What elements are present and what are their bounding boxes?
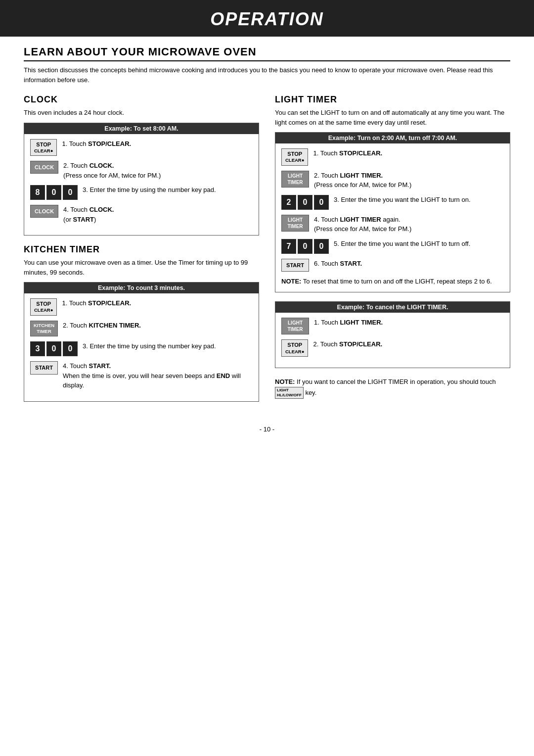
lt-step-5: 7 0 0 5. Enter the time you want the LIG… (281, 239, 504, 254)
key-7[interactable]: 7 (281, 239, 296, 254)
start-button-kt[interactable]: START (30, 361, 58, 374)
lt-step-6-text: 6. Touch START. (314, 259, 504, 269)
key-0b[interactable]: 0 (63, 185, 78, 200)
kt-step-4-text: 4. Touch START.When the time is over, yo… (63, 361, 253, 390)
lt-example1-note: NOTE: To reset that time to turn on and … (281, 277, 504, 286)
lt-example1-header: Example: Turn on 2:00 AM, turn off 7:00 … (275, 133, 510, 143)
lt-step-2: LIGHT TIMER 2. Touch LIGHT TIMER.(Press … (281, 171, 504, 190)
clock-step-3: 8 0 0 3. Enter the time by using the num… (30, 185, 253, 200)
right-column: LIGHT TIMER You can set the LIGHT to tur… (275, 94, 510, 399)
lt-num-keys-1: 2 0 0 (281, 195, 329, 210)
stop-label: STOP (36, 141, 51, 148)
kitchen-timer-example-box: Example: To count 3 minutes. STOP CLEAR●… (24, 282, 259, 402)
start-button-lt[interactable]: START (281, 259, 309, 272)
kitchen-timer-title: KITCHEN TIMER (24, 244, 259, 255)
kt-step-1: STOP CLEAR● 1. Touch STOP/CLEAR. (30, 298, 253, 316)
learn-section-title: LEARN ABOUT YOUR MICROWAVE OVEN (24, 46, 510, 61)
stop-clear-button-lt1[interactable]: STOP CLEAR● (281, 148, 308, 166)
light-timer-example2-box: Example: To cancel the LIGHT TIMER. LIGH… (275, 301, 510, 368)
lt-step-4-text: 4. Touch LIGHT TIMER again.(Press once f… (314, 215, 504, 234)
two-column-layout: CLOCK This oven includes a 24 hour clock… (24, 94, 510, 411)
lt2-step-2: STOP CLEAR● 2. Touch STOP/CLEAR. (281, 339, 504, 357)
clock-step-2: CLOCK 2. Touch CLOCK.(Press once for AM,… (30, 161, 253, 180)
timer-label-c1: TIMER (287, 326, 303, 332)
lt-step-2-text: 2. Touch LIGHT TIMER.(Press once for AM,… (314, 171, 504, 190)
clock-description: This oven includes a 24 hour clock. (24, 108, 259, 118)
key-0e[interactable]: 0 (298, 195, 312, 210)
kt-step-2: KITCHEN TIMER 2. Touch KITCHEN TIMER. (30, 321, 253, 337)
lt-step-3: 2 0 0 3. Enter the time you want the LIG… (281, 195, 504, 210)
kt-step-2-text: 2. Touch KITCHEN TIMER. (63, 321, 253, 331)
lt-step-1-text: 1. Touch STOP/CLEAR. (313, 148, 504, 158)
kitchen-timer-example-header: Example: To count 3 minutes. (24, 283, 259, 293)
header-bar: OPERATION (0, 0, 534, 37)
kitchen-label: KITCHEN (34, 323, 54, 329)
kt-step-1-text: 1. Touch STOP/CLEAR. (62, 298, 253, 308)
content-area: LEARN ABOUT YOUR MICROWAVE OVEN This sec… (0, 46, 534, 443)
key-0d[interactable]: 0 (63, 341, 78, 356)
clock-step-1-text: 1. Touch STOP/CLEAR. (62, 139, 253, 149)
page: OPERATION LEARN ABOUT YOUR MICROWAVE OVE… (0, 0, 534, 756)
lt-step-1: STOP CLEAR● 1. Touch STOP/CLEAR. (281, 148, 504, 166)
stop-clear-button-lt2[interactable]: STOP CLEAR● (281, 339, 308, 357)
light-timer-button-1[interactable]: LIGHT TIMER (281, 171, 309, 188)
lt-step-6: START 6. Touch START. (281, 259, 504, 272)
light-timer-example1-box: Example: Turn on 2:00 AM, turn off 7:00 … (275, 132, 510, 292)
key-3[interactable]: 3 (30, 341, 45, 356)
lt-example2-note: NOTE: If you want to cancel the LIGHT TI… (275, 377, 510, 399)
stop-label-kt: STOP (36, 300, 51, 307)
clock-title: CLOCK (24, 94, 259, 105)
clock-step-3-text: 3. Enter the time by using the number ke… (83, 185, 253, 195)
timer-label-2: TIMER (287, 223, 303, 230)
key-0g[interactable]: 0 (298, 239, 312, 254)
kt-step-3: 3 0 0 3. Enter the time by using the num… (30, 341, 253, 356)
kt-num-keys: 3 0 0 (30, 341, 78, 356)
page-title: OPERATION (0, 9, 534, 30)
lt-num-keys-2: 7 0 0 (281, 239, 329, 254)
clock-button-step2[interactable]: CLOCK (30, 161, 58, 174)
light-timer-description: You can set the LIGHT to turn on and off… (275, 108, 510, 127)
clock-step-1: STOP CLEAR● 1. Touch STOP/CLEAR. (30, 139, 253, 156)
lt-step-3-text: 3. Enter the time you want the LIGHT to … (334, 195, 504, 205)
stop-clear-button-clock-1[interactable]: STOP CLEAR● (30, 139, 57, 156)
lt2-step-1-text: 1. Touch LIGHT TIMER. (314, 318, 504, 328)
clock-step-2-text: 2. Touch CLOCK.(Press once for AM, twice… (63, 161, 253, 180)
clear-label: CLEAR● (34, 148, 53, 154)
clock-step-4: CLOCK 4. Touch CLOCK.(or START) (30, 205, 253, 224)
key-0c[interactable]: 0 (46, 341, 61, 356)
key-0a[interactable]: 0 (46, 185, 61, 200)
light-timer-title: LIGHT TIMER (275, 94, 510, 105)
lt2-step-1: LIGHT TIMER 1. Touch LIGHT TIMER. (281, 318, 504, 334)
stop-clear-button-kt-1[interactable]: STOP CLEAR● (30, 298, 57, 316)
light-timer-button-cancel-1[interactable]: LIGHT TIMER (281, 318, 309, 334)
lt2-step-2-text: 2. Touch STOP/CLEAR. (313, 339, 504, 349)
clock-example-header: Example: To set 8:00 AM. (24, 123, 259, 134)
kt-step-4: START 4. Touch START.When the time is ov… (30, 361, 253, 390)
light-label-c1: LIGHT (288, 320, 303, 326)
key-0h[interactable]: 0 (314, 239, 329, 254)
kt-step-3-text: 3. Enter the time by using the number ke… (83, 341, 253, 351)
timer-label-1: TIMER (287, 179, 303, 186)
lt-step-4: LIGHT TIMER 4. Touch LIGHT TIMER again.(… (281, 215, 504, 234)
clock-example-box: Example: To set 8:00 AM. STOP CLEAR● 1. … (24, 123, 259, 236)
left-column: CLOCK This oven includes a 24 hour clock… (24, 94, 259, 411)
lt-step-5-text: 5. Enter the time you want the LIGHT to … (334, 239, 504, 249)
kitchen-timer-description: You can use your microwave oven as a tim… (24, 258, 259, 277)
key-0f[interactable]: 0 (314, 195, 329, 210)
hl-low-off-inline-button[interactable]: LIGHTHL/LOW/OFF (275, 387, 304, 399)
clock-button-step4[interactable]: CLOCK (30, 205, 58, 218)
lt-example2-header: Example: To cancel the LIGHT TIMER. (275, 302, 510, 313)
light-timer-button-2[interactable]: LIGHT TIMER (281, 215, 309, 232)
clock-num-keys: 8 0 0 (30, 185, 78, 200)
light-label-1: LIGHT (288, 173, 303, 179)
timer-label: TIMER (37, 329, 51, 334)
intro-text: This section discusses the concepts behi… (24, 65, 510, 85)
clear-label-kt: CLEAR● (34, 307, 53, 313)
light-label-2: LIGHT (288, 217, 303, 223)
key-8[interactable]: 8 (30, 185, 45, 200)
key-2[interactable]: 2 (281, 195, 296, 210)
clock-step-4-text: 4. Touch CLOCK.(or START) (63, 205, 253, 224)
kitchen-timer-button[interactable]: KITCHEN TIMER (30, 321, 58, 337)
page-number: - 10 - (24, 425, 510, 443)
